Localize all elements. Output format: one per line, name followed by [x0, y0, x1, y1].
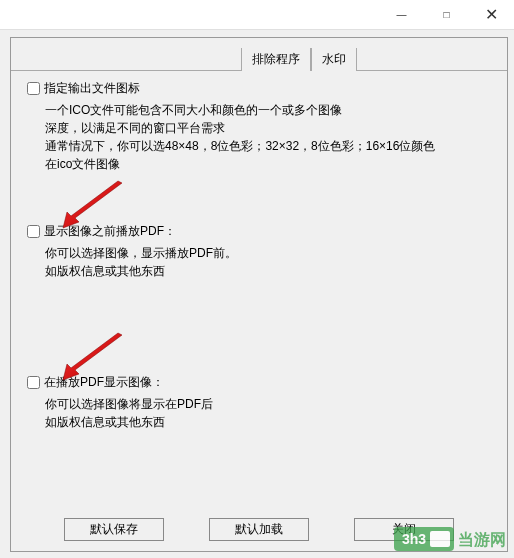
tab-watermark[interactable]: 水印: [311, 48, 357, 71]
checkbox-before-pdf[interactable]: [27, 225, 40, 238]
section-before-pdf: 显示图像之前播放PDF： 你可以选择图像，显示播放PDF前。 如版权信息或其他东…: [27, 223, 491, 280]
checkbox-output-icon[interactable]: [27, 82, 40, 95]
minimize-button[interactable]: —: [379, 0, 424, 28]
section-output-icon: 指定输出文件图标 一个ICO文件可能包含不同大小和颜色的一个或多个图像 深度，以…: [27, 80, 491, 173]
checkbox-label-output-icon: 指定输出文件图标: [44, 80, 140, 97]
checkbox-label-after-pdf: 在播放PDF显示图像：: [44, 374, 164, 391]
desc-text: 你可以选择图像将显示在PDF后: [45, 395, 491, 413]
content-frame: 排除程序 水印 指定输出文件图标 一个ICO文件可能包含不同大小和颜色的一个或多…: [10, 37, 508, 552]
default-load-button[interactable]: 默认加载: [209, 518, 309, 541]
desc-text: 如版权信息或其他东西: [45, 413, 491, 431]
desc-text: 深度，以满足不同的窗口平台需求: [45, 119, 491, 137]
maximize-button[interactable]: □: [424, 0, 469, 28]
close-dialog-button[interactable]: 关闭: [354, 518, 454, 541]
tab-exclude-program[interactable]: 排除程序: [241, 48, 311, 71]
section-after-pdf: 在播放PDF显示图像： 你可以选择图像将显示在PDF后 如版权信息或其他东西: [27, 374, 491, 431]
default-save-button[interactable]: 默认保存: [64, 518, 164, 541]
desc-text: 一个ICO文件可能包含不同大小和颜色的一个或多个图像: [45, 101, 491, 119]
close-button[interactable]: ✕: [469, 0, 514, 28]
button-row: 默认保存 默认加载 关闭: [11, 518, 507, 541]
desc-text: 你可以选择图像，显示播放PDF前。: [45, 244, 491, 262]
checkbox-after-pdf[interactable]: [27, 376, 40, 389]
desc-text: 如版权信息或其他东西: [45, 262, 491, 280]
checkbox-label-before-pdf: 显示图像之前播放PDF：: [44, 223, 176, 240]
desc-text: 在ico文件图像: [45, 155, 491, 173]
tabs-row: 排除程序 水印: [11, 51, 507, 71]
desc-text: 通常情况下，你可以选48×48，8位色彩；32×32，8位色彩；16×16位颜色: [45, 137, 491, 155]
titlebar: — □ ✕: [0, 0, 514, 30]
